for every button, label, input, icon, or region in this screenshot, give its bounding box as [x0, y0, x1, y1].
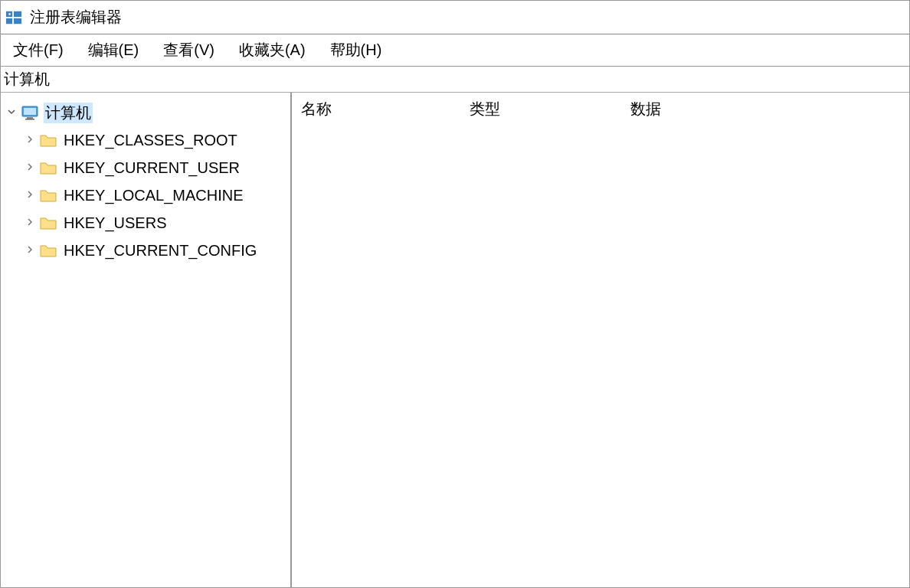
menu-view[interactable]: 查看(V)	[151, 37, 227, 64]
tree-item-label: HKEY_LOCAL_MACHINE	[62, 187, 245, 204]
app-title: 注册表编辑器	[30, 7, 122, 28]
tree-root-computer[interactable]: 计算机	[1, 99, 290, 126]
chevron-right-icon[interactable]	[22, 133, 38, 147]
chevron-right-icon[interactable]	[22, 243, 38, 257]
menu-edit[interactable]: 编辑(E)	[76, 37, 152, 64]
menu-help[interactable]: 帮助(H)	[318, 37, 394, 64]
tree-item-hkey-classes-root[interactable]: HKEY_CLASSES_ROOT	[1, 126, 290, 154]
tree-pane: 计算机 HKEY_CLASSES_ROOT HKEY_CURRENT_USER	[1, 93, 292, 587]
address-bar[interactable]: 计算机	[1, 67, 909, 93]
tree-item-label: HKEY_CURRENT_CONFIG	[62, 242, 258, 260]
menu-file[interactable]: 文件(F)	[1, 37, 76, 64]
svg-point-4	[8, 13, 11, 15]
chevron-down-icon[interactable]	[4, 106, 19, 119]
svg-rect-8	[25, 119, 34, 120]
folder-icon	[39, 215, 57, 230]
svg-rect-3	[14, 18, 21, 23]
menu-favorites[interactable]: 收藏夹(A)	[227, 37, 318, 64]
list-header: 名称 类型 数据	[292, 93, 909, 125]
column-header-type[interactable]: 类型	[460, 99, 621, 119]
column-header-name[interactable]: 名称	[292, 99, 460, 119]
menubar: 文件(F) 编辑(E) 查看(V) 收藏夹(A) 帮助(H)	[1, 34, 909, 67]
tree-item-hkey-current-user[interactable]: HKEY_CURRENT_USER	[1, 154, 290, 181]
tree-item-label: HKEY_CURRENT_USER	[62, 159, 241, 177]
content-area: 计算机 HKEY_CLASSES_ROOT HKEY_CURRENT_USER	[1, 93, 909, 587]
chevron-right-icon[interactable]	[22, 216, 38, 230]
folder-icon	[39, 132, 57, 148]
folder-icon	[39, 188, 57, 203]
address-bar-text: 计算机	[4, 69, 50, 90]
tree-item-hkey-current-config[interactable]: HKEY_CURRENT_CONFIG	[1, 237, 290, 264]
list-pane: 名称 类型 数据	[292, 93, 909, 587]
svg-rect-1	[14, 11, 21, 16]
svg-rect-6	[24, 108, 36, 115]
tree-item-label: HKEY_CLASSES_ROOT	[62, 132, 239, 149]
tree-item-label: HKEY_USERS	[62, 214, 169, 232]
computer-icon	[21, 105, 39, 120]
tree-item-hkey-local-machine[interactable]: HKEY_LOCAL_MACHINE	[1, 181, 290, 209]
tree-root-label: 计算机	[44, 103, 93, 123]
regedit-icon	[5, 9, 22, 26]
chevron-right-icon[interactable]	[22, 188, 38, 202]
column-header-data[interactable]: 数据	[621, 99, 909, 119]
folder-icon	[39, 160, 57, 175]
folder-icon	[39, 243, 57, 258]
svg-rect-2	[6, 18, 12, 23]
svg-rect-7	[27, 117, 33, 119]
tree-item-hkey-users[interactable]: HKEY_USERS	[1, 209, 290, 237]
titlebar: 注册表编辑器	[1, 1, 909, 34]
chevron-right-icon[interactable]	[22, 161, 38, 175]
